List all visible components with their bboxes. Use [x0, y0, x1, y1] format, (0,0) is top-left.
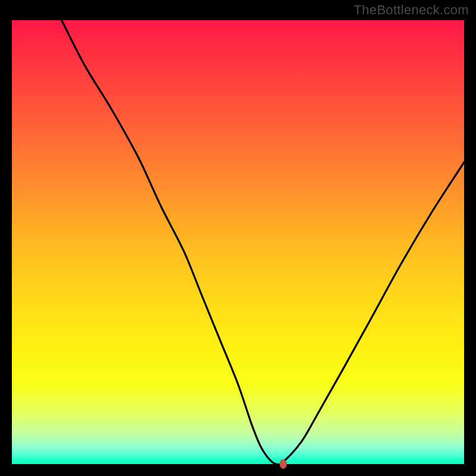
watermark-text: TheBottleneck.com [354, 2, 469, 18]
optimal-point-marker [280, 459, 287, 469]
bottleneck-curve [12, 20, 464, 464]
plot-area [12, 20, 464, 464]
chart-frame: TheBottleneck.com [0, 0, 476, 476]
